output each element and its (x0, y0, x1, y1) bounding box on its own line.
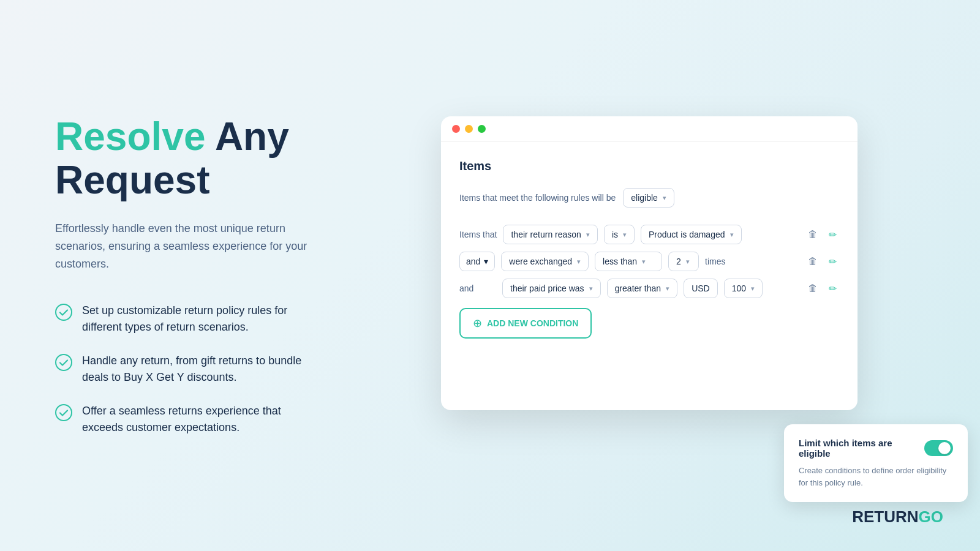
svg-point-2 (56, 405, 72, 421)
chevron-down-icon: ▾ (666, 285, 669, 293)
and-value-1: and (466, 257, 480, 266)
greater-than-value: greater than (615, 283, 662, 293)
chevron-down-icon: ▾ (663, 194, 666, 202)
delete-condition-1-button[interactable]: 🗑 (805, 227, 820, 242)
feature-item-1: Set up customizable return policy rules … (55, 302, 318, 335)
return-reason-value: their return reason (511, 230, 581, 239)
feature-list: Set up customizable return policy rules … (55, 302, 318, 436)
chevron-down-icon: ▾ (623, 231, 627, 239)
logo-text-green: GO (919, 508, 943, 526)
tooltip-card: Limit which items are eligible Create co… (784, 424, 968, 502)
chevron-down-icon: ▾ (730, 231, 734, 239)
eligibility-label: Items that meet the following rules will… (459, 193, 616, 203)
eligibility-select[interactable]: eligible ▾ (623, 188, 674, 208)
chevron-down-icon: ▾ (589, 285, 593, 293)
is-operator-value: is (612, 230, 618, 239)
is-operator-select[interactable]: is ▾ (604, 225, 635, 244)
condition-prefix-1: Items that (459, 230, 497, 239)
were-exchanged-value: were exchanged (509, 257, 572, 266)
condition-prefix-3: and (459, 283, 496, 293)
paid-price-select[interactable]: their paid price was ▾ (502, 279, 601, 298)
greater-than-select[interactable]: greater than ▾ (607, 279, 678, 298)
hero-title-green: Resolve (55, 114, 205, 159)
feature-text-1: Set up customizable return policy rules … (82, 302, 318, 335)
add-condition-label: ADD NEW CONDITION (487, 318, 578, 328)
browser-window: Items Items that meet the following rule… (441, 116, 858, 410)
feature-item-2: Handle any return, from gift returns to … (55, 353, 318, 386)
eligibility-value: eligible (631, 193, 658, 203)
chevron-down-icon: ▾ (686, 258, 690, 266)
close-dot[interactable] (452, 125, 460, 133)
tooltip-description: Create conditions to define order eligib… (799, 465, 953, 489)
svg-point-0 (56, 304, 72, 320)
logo-text-dark: RETURN (852, 508, 918, 526)
were-exchanged-select[interactable]: were exchanged ▾ (501, 252, 589, 271)
edit-condition-1-button[interactable]: ✏ (826, 227, 839, 243)
svg-point-1 (56, 354, 72, 370)
chevron-down-icon: ▾ (751, 285, 755, 293)
add-condition-button[interactable]: ⊕ ADD NEW CONDITION (459, 308, 592, 339)
amount-select[interactable]: 100 ▾ (724, 279, 763, 298)
limit-items-toggle[interactable] (924, 440, 953, 456)
check-circle-icon-3 (55, 404, 72, 421)
return-reason-select[interactable]: their return reason ▾ (503, 225, 597, 244)
hero-title: Resolve AnyRequest (55, 115, 318, 201)
condition-row-3: and their paid price was ▾ greater than … (459, 279, 839, 298)
and-select-1[interactable]: and ▾ (459, 252, 495, 271)
currency-select[interactable]: USD (684, 279, 718, 298)
condition-row-1: Items that their return reason ▾ is ▾ Pr… (459, 225, 839, 244)
returngo-logo: RETURNGO (852, 508, 943, 527)
chevron-down-icon: ▾ (642, 258, 646, 266)
amount-value: 100 (732, 283, 746, 293)
edit-condition-2-button[interactable]: ✏ (826, 253, 839, 270)
feature-text-2: Handle any return, from gift returns to … (82, 353, 318, 386)
check-circle-icon-1 (55, 304, 72, 321)
hero-subtitle: Effortlessly handle even the most unique… (55, 220, 318, 272)
eligibility-row: Items that meet the following rules will… (459, 188, 839, 208)
edit-condition-3-button[interactable]: ✏ (826, 280, 839, 297)
currency-value: USD (692, 283, 710, 293)
browser-content: Items Items that meet the following rule… (441, 142, 858, 356)
left-panel: Resolve AnyRequest Effortlessly handle e… (0, 66, 368, 484)
tooltip-header: Limit which items are eligible (799, 438, 953, 459)
less-than-select[interactable]: less than ▾ (595, 252, 662, 271)
check-circle-icon-2 (55, 354, 72, 371)
exchange-count-select[interactable]: 2 ▾ (668, 252, 699, 271)
times-label: times (705, 257, 725, 266)
condition-row-2: and ▾ were exchanged ▾ less than ▾ 2 ▾ (459, 252, 839, 271)
paid-price-value: their paid price was (510, 283, 584, 293)
minimize-dot[interactable] (465, 125, 473, 133)
feature-item-3: Offer a seamless returns experience that… (55, 403, 318, 436)
chevron-down-icon: ▾ (484, 257, 488, 266)
right-panel: Items Items that meet the following rule… (368, 0, 980, 551)
browser-toolbar (441, 116, 858, 142)
feature-text-3: Offer a seamless returns experience that… (82, 403, 318, 436)
delete-condition-3-button[interactable]: 🗑 (805, 280, 820, 296)
plus-icon: ⊕ (473, 317, 482, 330)
section-title: Items (459, 159, 839, 173)
tooltip-title: Limit which items are eligible (799, 438, 924, 459)
exchange-count-value: 2 (676, 257, 681, 266)
product-damaged-select[interactable]: Product is damaged ▾ (641, 225, 742, 244)
chevron-down-icon: ▾ (586, 231, 590, 239)
chevron-down-icon: ▾ (577, 258, 581, 266)
delete-condition-2-button[interactable]: 🗑 (805, 253, 820, 269)
maximize-dot[interactable] (478, 125, 486, 133)
product-damaged-value: Product is damaged (649, 230, 725, 239)
conditions-container: Items that their return reason ▾ is ▾ Pr… (459, 225, 839, 298)
less-than-value: less than (603, 257, 637, 266)
